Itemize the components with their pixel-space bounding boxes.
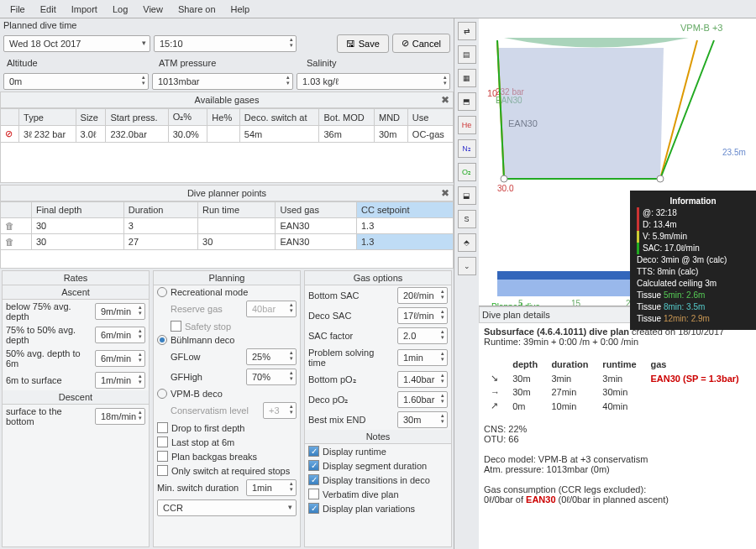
menu-view[interactable]: View <box>136 3 170 16</box>
menu-help[interactable]: Help <box>224 3 257 16</box>
note-check[interactable] <box>308 446 319 457</box>
rates-panel: Rates Ascent below 75% avg. depth9m/min … <box>2 270 150 547</box>
side-icon-5[interactable]: N₂ <box>458 139 476 158</box>
rate-6surf[interactable]: 1m/min <box>95 372 145 389</box>
svg-marker-5 <box>497 48 664 179</box>
points-table: Final depthDurationRun timeUsed gasCC se… <box>0 201 454 250</box>
info-tooltip: Information @: 32:18 D: 13.4m V: 5.9m/mi… <box>630 191 756 330</box>
only-switch-check[interactable] <box>157 465 168 476</box>
svg-text:10: 10 <box>487 88 497 98</box>
bottom-po2[interactable]: 1.40bar <box>397 371 448 388</box>
salinity-spin[interactable]: 1.03 kg/ℓ <box>297 73 450 90</box>
plan-point-row[interactable]: 🗑302730EAN301.3 <box>1 234 454 250</box>
vpmb-radio[interactable] <box>157 389 167 399</box>
prob-time[interactable]: 1min <box>397 349 448 366</box>
sac-factor-label: SAC factor <box>308 331 394 341</box>
gflow-spin[interactable]: 25% <box>246 348 297 365</box>
safety-stop-check <box>171 321 181 332</box>
only-switch-label: Only switch at required stops <box>171 466 290 476</box>
svg-point-7 <box>657 175 664 182</box>
bottom-sac[interactable]: 20ℓ/min <box>397 287 448 304</box>
model-label: VPM-B +3 <box>680 23 722 33</box>
last-6m-label: Last stop at 6m <box>171 437 234 447</box>
side-icon-9[interactable]: ⬘ <box>458 233 476 252</box>
best-end-label: Best mix END <box>308 415 394 425</box>
save-label: Save <box>359 39 380 49</box>
backgas-check[interactable] <box>157 451 168 462</box>
side-icon-6[interactable]: O₂ <box>458 163 476 181</box>
buhlmann-radio[interactable] <box>157 335 167 345</box>
deco-po2-label: Deco pO₂ <box>308 395 394 405</box>
planned-time-label: Planned dive time <box>0 18 454 32</box>
ccr-combo[interactable]: CCR <box>157 499 297 516</box>
altitude-label: Altitude <box>3 56 152 70</box>
gas-row[interactable]: ⊘3ℓ 232 bar3.0ℓ232.0bar30.0%54m36m30mOC-… <box>1 126 454 143</box>
descent-title: Descent <box>3 390 149 405</box>
reserve-gas-label: Reserve gas <box>171 304 243 314</box>
cons-spin: +3 <box>263 402 297 419</box>
rate-surf-bottom[interactable]: 18m/min <box>95 408 145 425</box>
rate-below75-label: below 75% avg. depth <box>6 301 92 322</box>
menu-edit[interactable]: Edit <box>34 3 63 16</box>
rate-50to6[interactable]: 6m/min <box>95 350 145 367</box>
sac-factor[interactable]: 2.0 <box>397 327 448 344</box>
deco-sac-label: Deco SAC <box>308 311 394 321</box>
cancel-icon: ⊘ <box>402 38 409 49</box>
atm-spin[interactable]: 1013mbar <box>152 73 293 90</box>
side-icon-3[interactable]: ⬒ <box>458 92 476 111</box>
cancel-button[interactable]: ⊘ Cancel <box>392 34 450 53</box>
menu-file[interactable]: File <box>3 3 32 16</box>
close-gases-icon[interactable]: ✖ <box>441 94 449 106</box>
side-icon-2[interactable]: ▦ <box>458 69 476 87</box>
cons-label: Conservatism level <box>171 405 260 416</box>
save-button[interactable]: 🖫 Save <box>337 34 389 53</box>
cancel-label: Cancel <box>412 39 441 49</box>
date-combo[interactable]: Wed 18 Oct 2017 <box>3 35 150 52</box>
best-end[interactable]: 30m <box>397 411 448 428</box>
rates-title: Rates <box>3 271 149 285</box>
altitude-spin[interactable]: 0m <box>3 73 149 90</box>
safety-stop-label: Safety stop <box>185 322 231 332</box>
drop-first-check[interactable] <box>157 422 168 433</box>
plan-point-row[interactable]: 🗑303EAN301.3 <box>1 218 454 234</box>
menu-share[interactable]: Share on <box>171 3 223 16</box>
note-check[interactable] <box>308 460 319 471</box>
rec-mode-radio[interactable] <box>157 287 167 297</box>
menu-import[interactable]: Import <box>65 3 104 16</box>
backgas-label: Plan backgas breaks <box>171 452 257 462</box>
side-icon-0[interactable]: ⇄ <box>458 22 476 40</box>
menu-log[interactable]: Log <box>106 3 134 16</box>
prob-time-label: Problem solving time <box>308 348 394 368</box>
side-icon-1[interactable]: ▤ <box>458 45 476 64</box>
atm-label: ATM pressure <box>155 56 300 70</box>
close-points-icon[interactable]: ✖ <box>441 187 449 199</box>
gases-title: Available gases ✖ <box>0 92 454 108</box>
planning-panel: Planning Recreational mode Reserve gas40… <box>153 270 301 547</box>
side-icon-8[interactable]: S <box>458 210 476 228</box>
note-check[interactable] <box>308 503 319 514</box>
side-icon-4[interactable]: He <box>458 116 476 134</box>
note-check[interactable] <box>308 489 319 499</box>
gas-options-panel: Gas options Bottom SAC20ℓ/min Deco SAC17… <box>304 270 452 547</box>
deco-po2[interactable]: 1.60bar <box>397 391 448 408</box>
side-icon-7[interactable]: ⬓ <box>458 186 476 205</box>
deco-sac[interactable]: 17ℓ/min <box>397 307 448 324</box>
rate-75to50[interactable]: 6m/min <box>95 327 145 343</box>
details-panel: Dive plan details Subsurface (4.6.4.1011… <box>479 306 756 549</box>
min-switch-spin[interactable]: 1min <box>246 479 297 496</box>
note-check[interactable] <box>308 474 319 485</box>
vpmb-label: VPM-B deco <box>171 389 223 399</box>
rate-below75[interactable]: 9m/min <box>95 303 145 320</box>
gfhigh-spin[interactable]: 70% <box>246 369 297 385</box>
ascent-title: Ascent <box>3 285 149 300</box>
side-toolbar: ⇄▤▦⬒HeN₂O₂⬓S⬘⌄ <box>454 18 479 549</box>
rate-75to50-label: 75% to 50% avg. depth <box>6 325 92 345</box>
last-6m-check[interactable] <box>157 437 168 447</box>
time-spin[interactable]: 15:10 <box>154 35 297 52</box>
buhlmann-label: Bühlmann deco <box>171 335 234 345</box>
profile-chart: VPM-B +3 232 bar EAN30 10 EAN30 23.5m 30… <box>479 18 756 306</box>
save-icon: 🖫 <box>346 39 355 49</box>
side-icon-10[interactable]: ⌄ <box>458 257 476 275</box>
reserve-gas: 40bar <box>246 301 297 317</box>
salinity-label: Salinity <box>303 56 339 70</box>
